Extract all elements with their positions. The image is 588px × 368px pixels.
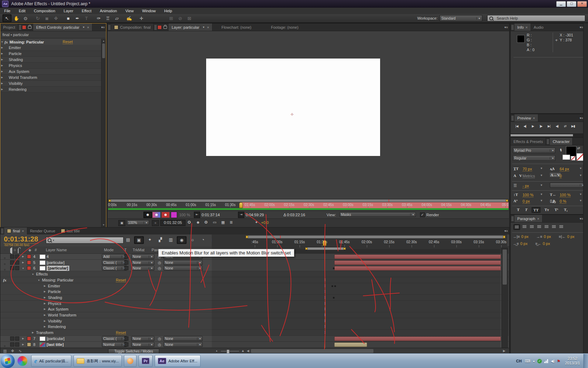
- parent-select[interactable]: None▼: [163, 260, 203, 265]
- layer-name[interactable]: [last title]: [47, 342, 64, 347]
- clock[interactable]: 23:522013/3/1: [565, 356, 580, 366]
- lock-icon[interactable]: [163, 26, 167, 29]
- menu-view[interactable]: View: [121, 9, 138, 13]
- property-label[interactable]: Missing: Particular: [42, 278, 74, 282]
- taskbar-app-folder[interactable]: 喜影网：www.xiy...: [74, 355, 122, 367]
- keyboard-icon[interactable]: ⌨: [525, 359, 530, 363]
- solo-toggle[interactable]: [10, 336, 14, 341]
- swap-colors-icon[interactable]: ⇄: [577, 146, 580, 150]
- vscroll-thumb[interactable]: [503, 250, 507, 285]
- expand-arrow-icon[interactable]: ▼: [31, 273, 35, 275]
- taskbar-app-media[interactable]: [124, 355, 136, 367]
- goto-out-button[interactable]: ⇥: [238, 212, 244, 218]
- row-world-transform[interactable]: ▶World Transform: [0, 312, 509, 318]
- magnification-select[interactable]: 100%▼: [127, 220, 149, 225]
- show-channel-icon[interactable]: ❂: [204, 220, 208, 225]
- panel-menu-icon[interactable]: ▾≡: [580, 217, 583, 220]
- volume-icon[interactable]: ◀): [551, 359, 555, 363]
- grid-guides-button[interactable]: ⌗: [152, 220, 159, 226]
- row-particle[interactable]: ▶Particle: [0, 289, 509, 295]
- vscale-dropdown-icon[interactable]: ▼: [540, 193, 543, 196]
- start-button[interactable]: [1, 354, 15, 368]
- indent-item[interactable]: ≡̲←0 px: [535, 241, 550, 246]
- toggle-switches-modes-button[interactable]: Toggle Switches / Modes: [108, 349, 159, 354]
- type-style-2[interactable]: TT: [532, 207, 540, 213]
- menu-layer[interactable]: Layer: [59, 9, 78, 13]
- scroll-down-icon[interactable]: ▼: [102, 224, 106, 226]
- pen-tool[interactable]: ✒: [73, 15, 82, 22]
- region-of-interest-icon[interactable]: ▭: [213, 220, 216, 225]
- row-aux-system[interactable]: ▶Aux System: [0, 306, 509, 312]
- panel-menu-icon[interactable]: ▾≡: [580, 116, 583, 120]
- horizontal-scale-value[interactable]: 100 %: [560, 193, 570, 197]
- panel-menu-icon[interactable]: ▾≡: [101, 26, 105, 29]
- row-rendering[interactable]: ▶Rendering: [0, 324, 509, 330]
- layer-playhead[interactable]: [239, 202, 243, 208]
- expand-arrow-icon[interactable]: ▶: [21, 261, 25, 264]
- panel-grip[interactable]: [547, 139, 549, 144]
- parent-pickwhip-icon[interactable]: ◎: [158, 342, 161, 347]
- preserve-transparency-toggle[interactable]: [124, 254, 128, 259]
- expand-arrow-icon[interactable]: ▶: [0, 46, 4, 49]
- layer-row-8[interactable]: ▶8[last title]Normal▼None▼◎None▼: [0, 342, 509, 348]
- keyframe-dot[interactable]: [334, 285, 336, 287]
- taskbar-app-ie[interactable]: eAE particular插...: [31, 355, 71, 367]
- security-tray-icon[interactable]: ✓: [537, 359, 542, 363]
- lock-icon[interactable]: [28, 26, 31, 29]
- solo-toggle[interactable]: [10, 260, 14, 265]
- axis-mode-local[interactable]: ⊞: [167, 15, 175, 22]
- expand-arrow-icon[interactable]: ▶: [0, 70, 4, 73]
- row-emitter[interactable]: ▶Emitter: [0, 283, 509, 289]
- property-label[interactable]: Emitter: [48, 284, 60, 288]
- align-button-3[interactable]: [536, 224, 542, 229]
- indent-value[interactable]: 0 px: [567, 234, 575, 239]
- scroll-up-icon[interactable]: ▲: [102, 39, 106, 43]
- col-mode[interactable]: Mode: [104, 248, 114, 252]
- indent-value[interactable]: 0 px: [520, 241, 527, 246]
- effect-group-6[interactable]: ▶Visibility: [0, 81, 101, 87]
- layer-name[interactable]: [particular]: [47, 336, 64, 341]
- label-chip[interactable]: [27, 266, 31, 270]
- kerning-dropdown-icon[interactable]: ▼: [540, 174, 543, 177]
- tab-flowchart[interactable]: Flowchart: (none): [219, 23, 254, 31]
- align-button-0[interactable]: [513, 224, 520, 230]
- reset-link[interactable]: Reset: [116, 278, 126, 282]
- effect-group-1[interactable]: ▶Particle: [0, 51, 101, 57]
- col-number[interactable]: #: [35, 248, 37, 252]
- expand-inout-icon[interactable]: ∿: [19, 349, 22, 353]
- tab-effects-presets[interactable]: Effects & Presets: [511, 138, 546, 145]
- menu-edit[interactable]: Edit: [15, 9, 30, 13]
- stroke-color-swatch[interactable]: [562, 155, 570, 160]
- tab-footage[interactable]: Footage: (none): [268, 23, 301, 31]
- parent-select[interactable]: None▼: [163, 342, 203, 347]
- playhead[interactable]: [323, 240, 327, 246]
- panel-grip[interactable]: [19, 25, 21, 30]
- trkmat-select[interactable]: None▼: [131, 336, 154, 341]
- solo-toggle[interactable]: [10, 266, 14, 270]
- taskbar-app-pr[interactable]: Pr: [139, 355, 153, 367]
- effect-reset-link[interactable]: Reset: [63, 40, 73, 44]
- expand-arrow-icon[interactable]: ▶: [43, 308, 47, 311]
- font-style-select[interactable]: Regular▼: [513, 155, 555, 161]
- baseline-shift-value[interactable]: 0 px: [523, 199, 530, 204]
- indent-item[interactable]: →|≡0 px: [513, 234, 528, 239]
- reset-link[interactable]: Reset: [116, 330, 126, 335]
- effect-group-5[interactable]: ▶World Transform: [0, 75, 101, 81]
- panel-grip[interactable]: [1, 229, 4, 233]
- type-tool[interactable]: T: [82, 15, 91, 22]
- roto-brush-tool[interactable]: ✍: [125, 15, 133, 22]
- tab-composition[interactable]: Composition: final: [111, 23, 154, 31]
- network-icon[interactable]: [544, 359, 548, 363]
- language-indicator[interactable]: CH: [516, 359, 522, 363]
- preserve-transparency-toggle[interactable]: [124, 342, 128, 347]
- trkmat-select[interactable]: None▼: [131, 254, 154, 259]
- effect-header-row[interactable]: ▼ fx Missing: Particular Reset: [0, 39, 101, 45]
- menu-composition[interactable]: Composition: [30, 9, 59, 13]
- tab-audio[interactable]: Audio: [531, 23, 546, 31]
- preserve-transparency-toggle[interactable]: [124, 260, 128, 265]
- scroll-thumb[interactable]: [102, 43, 105, 58]
- search-help-input[interactable]: Search Help: [487, 15, 585, 21]
- row-shading[interactable]: ▶Shading: [0, 295, 509, 301]
- preview-button-4[interactable]: ▶|: [545, 123, 553, 129]
- trkmat-select[interactable]: None▼: [131, 266, 154, 271]
